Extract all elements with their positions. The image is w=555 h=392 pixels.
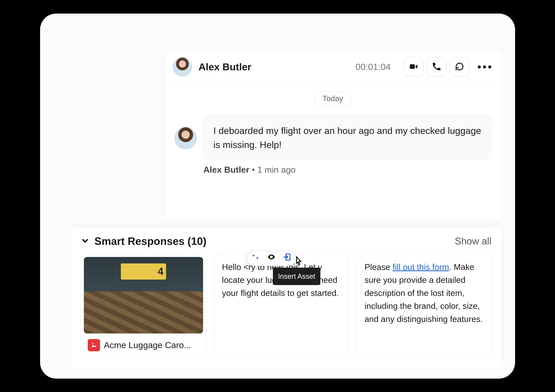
insert-asset-tooltip: Insert Asset	[273, 268, 320, 285]
asset-thumbnail: 4	[84, 257, 203, 334]
sr-title-suffix: )	[203, 235, 206, 247]
message-meta: Alex Butler • 1 min ago	[204, 165, 491, 174]
response-card-image[interactable]: 4 Acme Luggage Caro...	[81, 254, 206, 357]
call-timer: 00:01:04	[356, 62, 391, 72]
response-text-1-pre: Hello <	[222, 262, 248, 272]
smart-responses-panel: Smart Responses (10) Show all 4 Acme Lug…	[71, 227, 501, 369]
insert-asset-button[interactable]	[281, 253, 292, 264]
image-file-icon	[88, 339, 100, 351]
phone-icon	[432, 62, 441, 72]
svg-point-2	[271, 256, 272, 258]
cursor-pointer-icon	[292, 256, 305, 269]
message-author: Alex Butler	[204, 165, 249, 174]
asset-caption-row: Acme Luggage Caro...	[84, 334, 203, 354]
response-card-text-1[interactable]: Insert Asset Hello <ry to hear this. Let…	[214, 254, 349, 357]
refresh-button[interactable]	[450, 57, 469, 77]
message-avatar[interactable]	[174, 127, 197, 149]
more-options-button[interactable]: •••	[477, 57, 493, 77]
video-icon	[409, 62, 418, 72]
message-row: I deboarded my flight over an hour ago a…	[174, 116, 491, 174]
smart-responses-cards: 4 Acme Luggage Caro...	[81, 254, 491, 357]
svg-point-1	[92, 343, 93, 344]
chevron-down-icon[interactable]	[81, 236, 90, 246]
show-all-link[interactable]: Show all	[455, 235, 491, 247]
more-icon: •••	[477, 60, 493, 73]
message-bubble[interactable]: I deboarded my flight over an hour ago a…	[204, 116, 491, 160]
carousel-sign: 4	[121, 263, 166, 280]
response-card-text-2[interactable]: Please fill out this form. Make sure you…	[357, 254, 491, 357]
refresh-icon	[455, 62, 464, 72]
sr-count: 10	[191, 235, 203, 247]
date-separator: Today	[314, 91, 351, 106]
svg-rect-0	[410, 64, 415, 69]
fill-out-form-link[interactable]: fill out this form	[393, 262, 449, 272]
sign-number: 4	[158, 263, 163, 279]
sparkle-icon	[252, 252, 260, 265]
customer-name: Alex Butler	[198, 61, 251, 73]
app-card: Alex Butler 00:01:04 ••• Today I de	[40, 14, 515, 379]
response-text-2-pre: Please	[365, 262, 393, 272]
sparkle-button[interactable]	[250, 253, 262, 264]
preview-button[interactable]	[266, 253, 277, 264]
response-hover-toolbar	[247, 251, 296, 266]
customer-avatar[interactable]	[173, 57, 192, 77]
sr-title-prefix: Smart Responses (	[95, 235, 191, 247]
message-time: • 1 min ago	[249, 165, 296, 174]
chat-body: Today I deboarded my flight over an hour…	[164, 83, 501, 220]
smart-responses-header: Smart Responses (10) Show all	[81, 235, 491, 247]
insert-icon	[283, 252, 291, 265]
chat-header: Alex Butler 00:01:04 •••	[164, 51, 501, 83]
video-call-button[interactable]	[404, 57, 423, 77]
smart-responses-title: Smart Responses (10)	[95, 235, 206, 247]
asset-caption: Acme Luggage Caro...	[104, 338, 191, 352]
phone-call-button[interactable]	[427, 57, 446, 77]
eye-icon	[267, 252, 276, 265]
